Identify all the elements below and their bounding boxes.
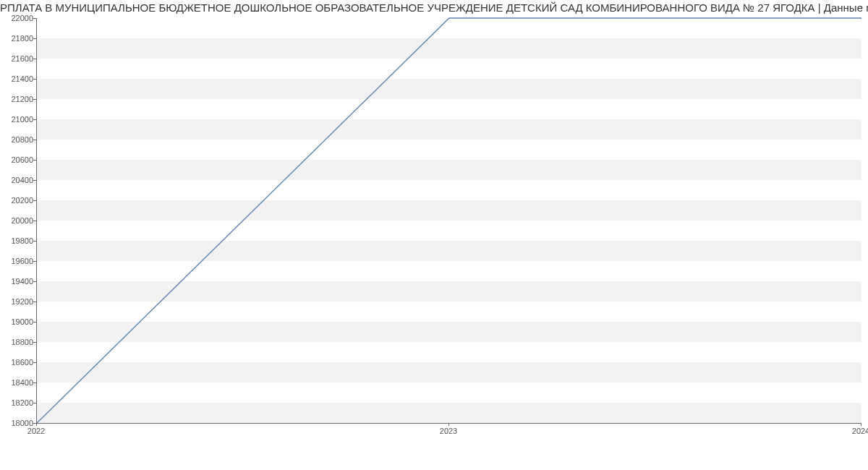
y-tick-label: 18400 [1,378,33,387]
y-tick-label: 19600 [1,257,33,265]
y-tick-label: 19800 [1,236,33,245]
y-tick-mark [33,362,36,363]
y-tick-mark [33,221,36,221]
y-tick-label: 20000 [1,216,33,225]
y-tick-mark [33,302,36,302]
y-tick-mark [33,59,36,59]
y-tick-label: 21400 [1,74,33,83]
y-tick-mark [33,38,36,39]
x-tick-mark [448,423,449,426]
y-tick-mark [33,119,36,120]
x-tick-label: 2023 [440,427,457,435]
y-tick-label: 19000 [1,317,33,326]
y-tick-mark [33,241,36,242]
y-tick-mark [33,18,36,19]
y-tick-mark [33,79,36,80]
y-tick-mark [33,383,36,383]
y-tick-mark [33,200,36,201]
y-tick-label: 21000 [1,115,33,124]
x-tick-label: 2024 [852,427,868,435]
plot-area [36,18,861,424]
y-tick-label: 19400 [1,277,33,286]
y-tick-label: 19200 [1,297,33,306]
x-tick-label: 2022 [27,427,45,435]
y-tick-label: 22000 [1,14,33,22]
y-tick-mark [33,342,36,343]
y-tick-mark [33,281,36,282]
y-tick-label: 21200 [1,95,33,103]
y-tick-mark [33,180,36,181]
y-tick-label: 20400 [1,176,33,184]
y-tick-mark [33,160,36,161]
y-tick-mark [33,322,36,322]
y-tick-label: 18200 [1,398,33,407]
y-tick-mark [33,261,36,262]
y-tick-mark [33,99,36,100]
y-tick-label: 18800 [1,338,33,346]
y-tick-label: 20200 [1,196,33,205]
y-tick-label: 20800 [1,135,33,144]
x-tick-mark [861,423,861,426]
y-tick-label: 18600 [1,358,33,367]
y-tick-mark [33,403,36,403]
y-tick-label: 20600 [1,155,33,164]
chart-title: РПЛАТА В МУНИЦИПАЛЬНОЕ БЮДЖЕТНОЕ ДОШКОЛЬ… [0,1,868,14]
y-tick-label: 21600 [1,54,33,63]
line-series [37,18,861,423]
x-tick-mark [36,423,37,426]
y-tick-label: 21800 [1,34,33,43]
y-tick-mark [33,140,36,140]
